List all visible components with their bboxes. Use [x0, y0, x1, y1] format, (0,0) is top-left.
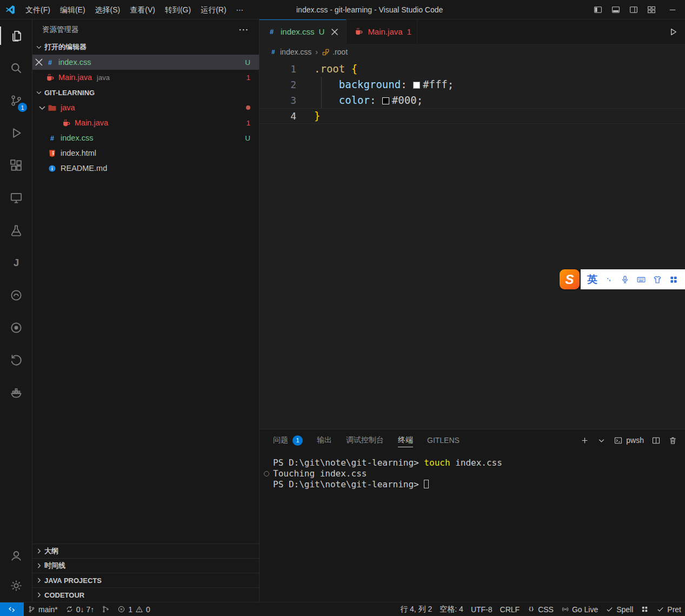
activitybar-settings[interactable] [0, 571, 32, 601]
status-cursor-position[interactable]: 行 4, 列 2 [396, 602, 436, 616]
panel-tab-问题[interactable]: 问题1 [273, 429, 303, 451]
minimize-button[interactable] [660, 0, 685, 19]
section-JAVA PROJECTS[interactable]: JAVA PROJECTS [32, 573, 259, 587]
status-language-mode[interactable]: {}CSS [523, 602, 557, 616]
status-encoding[interactable]: UTF-8 [467, 602, 496, 616]
sync-icon [65, 605, 74, 613]
customize-layout-button[interactable] [642, 0, 660, 19]
status-remote[interactable] [0, 602, 24, 616]
tree-item[interactable]: index.html [32, 145, 259, 161]
open-editor-item[interactable]: #index.cssU [32, 55, 259, 70]
toggle-sidebar-button[interactable] [589, 0, 607, 19]
menu-item[interactable]: 编辑(E) [55, 0, 90, 19]
token [314, 94, 339, 106]
ime-punct-icon[interactable]: ·, [604, 275, 614, 284]
java-projects-icon: J [9, 256, 23, 270]
run-button[interactable] [668, 27, 679, 37]
error-icon [117, 605, 125, 613]
sogou-logo[interactable]: S [560, 269, 580, 289]
activitybar-source-control[interactable]: 1 [0, 84, 32, 117]
close-tab-icon[interactable] [329, 26, 341, 38]
menu-item[interactable]: 查看(V) [125, 0, 160, 19]
panel-tab-终端[interactable]: 终端 [398, 429, 413, 451]
terminal-profile[interactable]: pwsh [614, 436, 644, 445]
menu-item[interactable]: 运行(R) [196, 0, 231, 19]
panel-tab-label: 终端 [398, 435, 413, 445]
toggle-secondary-sidebar-button[interactable] [624, 0, 642, 19]
section-CODETOUR[interactable]: CODETOUR [32, 587, 259, 602]
chevron-right-icon [35, 576, 43, 585]
ime-language-toggle[interactable]: 英 [587, 273, 597, 287]
activitybar-containers[interactable] [0, 376, 32, 409]
status-commit-graph[interactable] [98, 602, 114, 616]
status-prettier[interactable]: Pret [653, 602, 685, 616]
ime-grid4-icon[interactable] [669, 275, 679, 284]
code-editor[interactable]: 1.root {2 background: #fff;3 color: #000… [260, 60, 685, 429]
activitybar-gradle[interactable] [0, 279, 32, 312]
panel-tab-输出[interactable]: 输出 [317, 429, 332, 451]
toggle-panel-button[interactable] [607, 0, 624, 19]
color-swatch[interactable] [413, 82, 420, 89]
kill-terminal-icon[interactable] [668, 436, 677, 445]
activitybar-extensions[interactable] [0, 149, 32, 182]
status-extension-grid[interactable] [637, 602, 653, 616]
folder-root-header[interactable]: GIT-LEARNING [32, 85, 259, 100]
status-git-branch[interactable]: main* [24, 602, 62, 616]
ime-keyboard-icon[interactable] [636, 275, 646, 284]
settings-icon [9, 579, 23, 593]
activitybar-history[interactable] [0, 344, 32, 376]
section-大纲[interactable]: 大纲 [32, 544, 259, 558]
status-eol[interactable]: CRLF [496, 602, 524, 616]
tab-index.css[interactable]: #index.cssU [260, 19, 347, 44]
activitybar-codetour[interactable] [0, 312, 32, 344]
status-label: 行 4, 列 2 [400, 605, 432, 614]
status-indentation[interactable]: 空格: 4 [436, 602, 467, 616]
status-go-live[interactable]: Go Live [557, 602, 602, 616]
file-type-icon [62, 118, 71, 128]
panel-tab-GITLENS[interactable]: GITLENS [427, 429, 460, 451]
breadcrumb: #index.css›.root [260, 44, 685, 60]
toggle-sidebar-icon [593, 5, 603, 15]
menu-item[interactable]: 转到(G) [160, 0, 196, 19]
tab-label: index.css [281, 27, 315, 36]
activitybar-run-and-debug[interactable] [0, 117, 32, 149]
menu-item[interactable]: 文件(F) [21, 0, 55, 19]
color-swatch[interactable] [382, 97, 389, 104]
breadcrumb-item[interactable]: .root [322, 48, 348, 56]
tree-item[interactable]: README.md [32, 161, 259, 176]
terminal-view[interactable]: PS D:\git\note\git-learning> touch index… [260, 451, 685, 490]
panel-tab-调试控制台[interactable]: 调试控制台 [346, 429, 384, 451]
more-actions-icon[interactable]: ⋯ [238, 23, 249, 36]
terminal-text: PS D:\git\note\git-learning> [273, 458, 424, 468]
tree-item[interactable]: #index.cssU [32, 130, 259, 145]
activitybar-explorer[interactable] [0, 19, 32, 52]
terminal-dropdown-icon[interactable] [597, 436, 606, 445]
tree-item[interactable]: java [32, 100, 259, 115]
breadcrumb-item[interactable]: #index.css [269, 48, 311, 56]
new-terminal-icon[interactable] [580, 436, 589, 445]
status-problems[interactable]: 10 [114, 602, 154, 616]
status-spell-checker[interactable]: Spell [602, 602, 637, 616]
menu-item[interactable]: ⋯ [231, 0, 249, 19]
split-terminal-icon[interactable] [651, 436, 661, 445]
panel-header: 问题1输出调试控制台终端GITLENSpwsh [260, 429, 685, 451]
chevron-down-icon [35, 88, 43, 97]
menu-item[interactable]: 选择(S) [90, 0, 125, 19]
open-editors-header[interactable]: 打开的编辑器 [32, 39, 259, 55]
chevron-down-icon[interactable] [37, 102, 48, 113]
section-时间线[interactable]: 时间线 [32, 558, 259, 573]
activitybar-java-projects[interactable]: J [0, 247, 32, 279]
activitybar-testing[interactable] [0, 214, 32, 247]
status-git-sync[interactable]: 0↓ 7↑ [62, 602, 98, 616]
tab-Main.java[interactable]: Main.java1 [347, 19, 417, 44]
ime-mic-icon[interactable] [620, 275, 630, 284]
tree-item[interactable]: Main.java1 [32, 115, 259, 130]
activitybar-remote-explorer[interactable] [0, 182, 32, 214]
close-editor-icon[interactable] [32, 56, 45, 69]
file-label: Main.java [58, 73, 92, 82]
ime-shirt-icon[interactable] [653, 275, 662, 284]
chevron-down-icon [35, 43, 43, 51]
open-editor-item[interactable]: Main.javajava1 [32, 70, 259, 85]
activitybar-account[interactable] [0, 540, 32, 571]
activitybar-search[interactable] [0, 52, 32, 84]
